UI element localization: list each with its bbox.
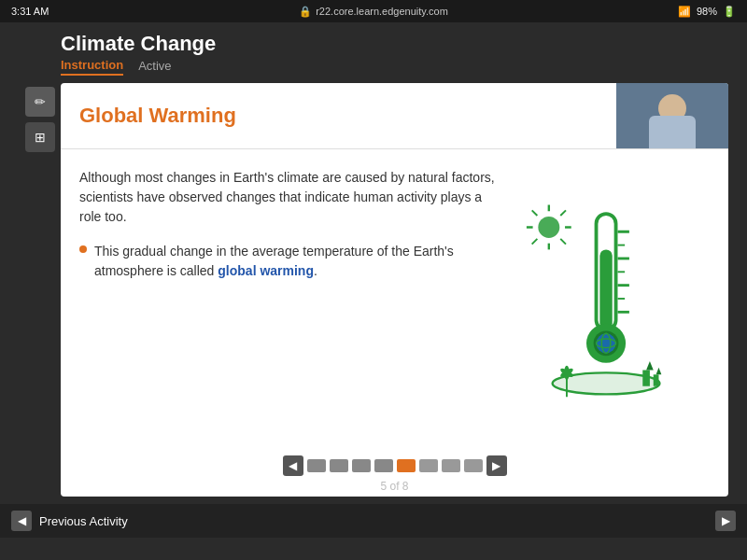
page-header: Climate Change Instruction Active [0, 22, 747, 76]
prev-activity-arrow[interactable]: ◀ [11, 511, 32, 531]
person-body [649, 116, 696, 148]
page-title: Climate Change [61, 32, 686, 56]
pagination-dots: ◀ ▶ [283, 455, 507, 476]
svg-line-8 [532, 239, 538, 245]
tabs-row: Instruction Active [61, 58, 686, 76]
tab-active[interactable]: Active [138, 59, 171, 75]
video-person [616, 83, 728, 148]
dot-1[interactable] [307, 459, 326, 472]
bullet-highlight: global warming [218, 263, 314, 278]
svg-rect-10 [599, 249, 612, 329]
next-page-arrow[interactable]: ▶ [486, 455, 507, 476]
wifi-icon: 📶 [678, 6, 691, 18]
battery-icon: 🔋 [723, 6, 736, 18]
svg-line-6 [560, 239, 566, 245]
svg-line-7 [560, 210, 566, 216]
dot-5[interactable] [397, 459, 416, 472]
svg-line-5 [532, 210, 538, 216]
status-time: 3:31 AM [11, 6, 49, 17]
svg-point-0 [538, 217, 559, 238]
page-indicator: 5 of 8 [380, 480, 408, 493]
status-url: r22.core.learn.edgenuity.com [316, 6, 448, 17]
content-wrapper: ✏ ⊞ Global Warming Although [0, 76, 747, 504]
svg-marker-32 [656, 368, 662, 375]
next-activity-arrow[interactable]: ▶ [715, 511, 736, 531]
thermometer-illustration [504, 168, 710, 429]
lock-icon: 🔒 [299, 6, 312, 18]
svg-rect-29 [642, 371, 650, 386]
bullet-text-end: . [314, 263, 317, 278]
slide-title: Global Warming [79, 104, 236, 128]
slide-content: Although most changes in Earth's climate… [61, 149, 728, 448]
bottom-nav: ◀ ▶ 5 of 8 [61, 448, 728, 497]
dot-3[interactable] [352, 459, 371, 472]
svg-rect-30 [654, 374, 659, 385]
tab-instruction[interactable]: Instruction [61, 58, 123, 76]
dot-4[interactable] [374, 459, 393, 472]
bullet-dot [79, 245, 87, 253]
text-content: Although most changes in Earth's climate… [79, 168, 495, 429]
left-sidebar: ✏ ⊞ [19, 83, 61, 497]
prev-page-arrow[interactable]: ◀ [283, 455, 303, 476]
prev-activity-button[interactable]: ◀ Previous Activity [11, 511, 128, 531]
prev-activity-label: Previous Activity [39, 514, 128, 528]
pencil-icon-button[interactable]: ✏ [25, 87, 55, 117]
dot-2[interactable] [330, 459, 348, 472]
slide-paragraph: Although most changes in Earth's climate… [79, 168, 495, 227]
bullet-text: This gradual change in the average tempe… [94, 242, 495, 281]
dot-8[interactable] [464, 459, 483, 472]
svg-point-20 [597, 333, 616, 353]
bullet-item: This gradual change in the average tempe… [79, 242, 495, 281]
footer-bar: ◀ Previous Activity ▶ [0, 504, 747, 538]
thermometer-svg [514, 196, 700, 401]
slide-title-area: Global Warming [61, 83, 616, 148]
slide-header: Global Warming [61, 83, 728, 149]
video-thumbnail[interactable] [616, 83, 728, 148]
battery-level: 98% [697, 6, 717, 17]
calculator-icon-button[interactable]: ⊞ [25, 122, 55, 152]
dot-7[interactable] [442, 459, 460, 472]
status-bar: 3:31 AM 🔒 r22.core.learn.edgenuity.com 📶… [0, 0, 747, 22]
dot-6[interactable] [419, 459, 438, 472]
svg-marker-31 [646, 361, 654, 371]
slide-area: Global Warming Although most changes in … [61, 83, 728, 497]
